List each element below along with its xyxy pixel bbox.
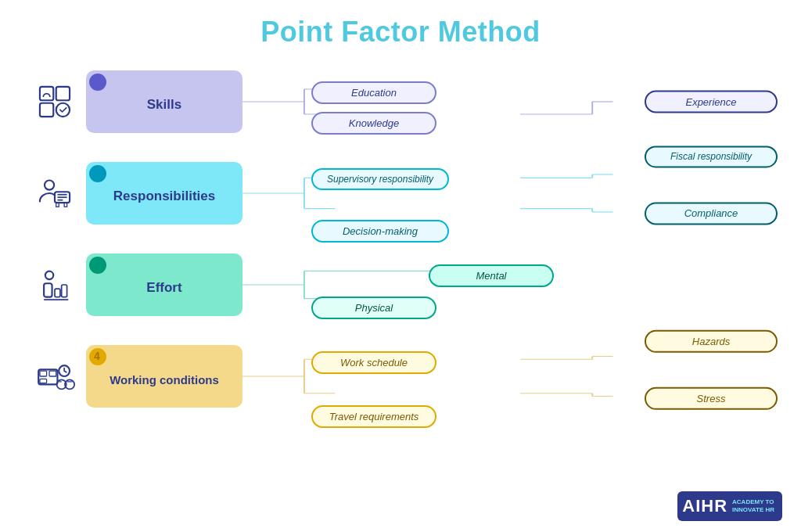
title-part1: Point Factor bbox=[260, 16, 438, 48]
icon-working bbox=[23, 356, 86, 397]
svg-rect-32 bbox=[62, 285, 67, 297]
svg-point-29 bbox=[45, 271, 53, 279]
sub-education: Education bbox=[311, 81, 436, 104]
skills-label: Skills bbox=[147, 97, 181, 113]
skills-far-items: Experience bbox=[645, 91, 778, 113]
far-experience: Experience bbox=[645, 91, 778, 113]
svg-rect-1 bbox=[56, 87, 70, 100]
sub-knowledge: Knowledge bbox=[311, 112, 436, 135]
row-skills: 1 Skills bbox=[23, 63, 778, 141]
svg-rect-39 bbox=[38, 369, 57, 384]
working-far-items: Hazards Stress bbox=[645, 330, 778, 410]
svg-rect-40 bbox=[40, 371, 47, 376]
aihr-logo: AIHR Academy toInnovate HR bbox=[677, 491, 782, 521]
effort-far-mental: Mental bbox=[429, 264, 554, 287]
connector-effort: Mental Physical bbox=[242, 253, 778, 316]
effort-label: Effort bbox=[146, 280, 181, 296]
main-box-effort: 3 Effort bbox=[86, 253, 242, 316]
responsibilities-icon bbox=[34, 173, 75, 214]
far-compliance: Compliance bbox=[645, 202, 778, 225]
row-working-conditions: 4 Working conditions bbox=[23, 333, 778, 419]
page: Point Factor Method 1 Skills bbox=[0, 0, 801, 532]
far-mental: Mental bbox=[429, 264, 554, 287]
diagram: 1 Skills bbox=[23, 63, 778, 419]
main-box-skills: 1 Skills bbox=[86, 70, 242, 133]
working-sub-items: Work schedule Travel requirements bbox=[311, 351, 436, 428]
connector-skills: Education Knowledge Experience bbox=[242, 70, 778, 133]
svg-point-3 bbox=[56, 103, 70, 117]
sub-work-schedule: Work schedule bbox=[311, 351, 436, 374]
resp-sub-items: Supervisory responsibility Decision-maki… bbox=[311, 168, 449, 243]
icon-effort bbox=[23, 264, 86, 305]
connector-responsibilities: Supervisory responsibility Decision-maki… bbox=[242, 162, 778, 225]
skills-icon bbox=[34, 81, 75, 122]
svg-rect-30 bbox=[44, 283, 52, 297]
far-stress: Stress bbox=[645, 387, 778, 410]
working-icon bbox=[34, 356, 75, 397]
logo-tagline: Academy toInnovate HR bbox=[732, 498, 774, 515]
main-box-responsibilities: 2 Responsibilities bbox=[86, 162, 242, 225]
effort-icon bbox=[34, 264, 75, 305]
effort-sub-physical: Physical bbox=[311, 297, 436, 319]
svg-point-12 bbox=[45, 181, 54, 190]
sub-supervisory: Supervisory responsibility bbox=[311, 168, 449, 190]
far-hazards: Hazards bbox=[645, 330, 778, 353]
svg-rect-41 bbox=[49, 371, 56, 376]
resp-far-items: Fiscal responsibility Compliance bbox=[645, 146, 778, 225]
connector-working: Work schedule Travel requirements Hazard… bbox=[242, 345, 778, 408]
main-box-working: 4 Working conditions bbox=[86, 345, 242, 408]
svg-rect-31 bbox=[55, 289, 60, 297]
sub-physical: Physical bbox=[311, 297, 436, 319]
row-responsibilities: 2 Responsibilities bbox=[23, 150, 778, 236]
title-part2: Method bbox=[438, 16, 541, 48]
page-title: Point Factor Method bbox=[23, 16, 778, 49]
svg-rect-2 bbox=[40, 103, 53, 117]
responsibilities-label: Responsibilities bbox=[113, 189, 215, 204]
row-effort: 3 Effort Mental Physical bbox=[23, 246, 778, 324]
working-label: Working conditions bbox=[110, 373, 219, 386]
icon-responsibilities bbox=[23, 173, 86, 214]
logo-aihr-text: AIHR bbox=[682, 496, 727, 516]
svg-rect-42 bbox=[40, 379, 47, 383]
sub-travel: Travel requirements bbox=[311, 405, 436, 428]
icon-skills bbox=[23, 81, 86, 122]
skills-sub-items: Education Knowledge bbox=[311, 81, 436, 135]
far-fiscal: Fiscal responsibility bbox=[645, 146, 778, 167]
sub-decision: Decision-making bbox=[311, 220, 449, 243]
